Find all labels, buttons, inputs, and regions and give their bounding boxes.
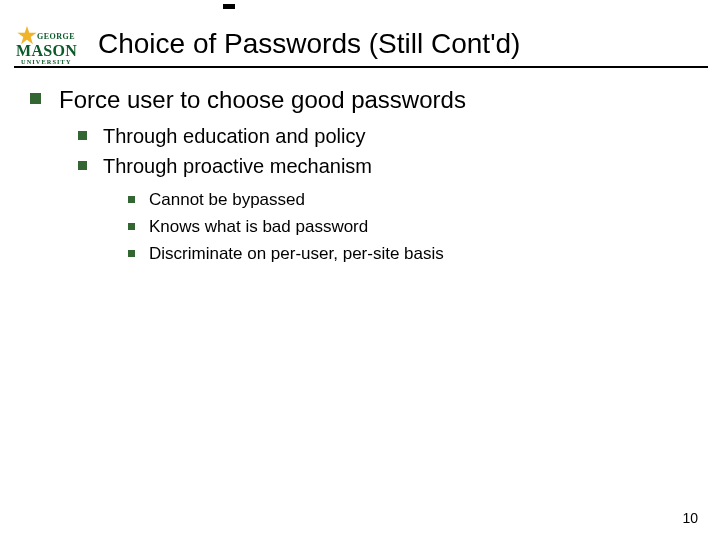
bullet-square-icon (128, 196, 135, 203)
bullet-lvl1: Force user to choose good passwords (30, 84, 690, 115)
bullet-square-icon (30, 93, 41, 104)
logo-text-george: GEORGE (37, 32, 75, 41)
bullet-square-icon (78, 161, 87, 170)
bullet-square-icon (78, 131, 87, 140)
title-underline (14, 66, 708, 68)
bullet-lvl2: Through education and policy (78, 123, 690, 150)
bullet-lvl2: Through proactive mechanism (78, 153, 690, 180)
slide-title: Choice of Passwords (Still Cont'd) (98, 28, 520, 60)
bullet-lvl2-text: Through education and policy (103, 123, 365, 150)
top-dash-decoration (223, 4, 235, 9)
slide: GEORGE MASON UNIVERSITY Choice of Passwo… (0, 0, 720, 540)
lvl2-group: Through education and policy Through pro… (78, 123, 690, 265)
bullet-lvl2-text: Through proactive mechanism (103, 153, 372, 180)
gmu-logo: GEORGE MASON UNIVERSITY (16, 25, 94, 65)
bullet-lvl3: Discriminate on per-user, per-site basis (128, 242, 690, 266)
bullet-lvl1-text: Force user to choose good passwords (59, 84, 466, 115)
slide-body: Force user to choose good passwords Thro… (30, 84, 690, 269)
logo-text-university: UNIVERSITY (21, 58, 72, 65)
bullet-lvl3-text: Knows what is bad password (149, 215, 368, 239)
bullet-square-icon (128, 223, 135, 230)
bullet-lvl3-text: Discriminate on per-user, per-site basis (149, 242, 444, 266)
bullet-lvl3: Knows what is bad password (128, 215, 690, 239)
bullet-square-icon (128, 250, 135, 257)
bullet-lvl3: Cannot be bypassed (128, 188, 690, 212)
bullet-lvl3-text: Cannot be bypassed (149, 188, 305, 212)
lvl3-group: Cannot be bypassed Knows what is bad pas… (128, 188, 690, 265)
page-number: 10 (682, 510, 698, 526)
